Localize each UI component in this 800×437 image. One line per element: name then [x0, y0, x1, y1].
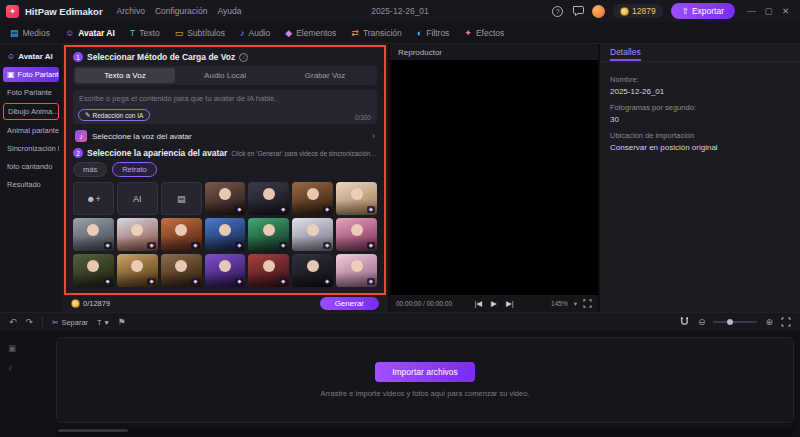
sidebar-item-avatar-ai[interactable]: ☺Avatar AI — [3, 49, 59, 64]
fullscreen-icon[interactable] — [583, 299, 592, 309]
avatar-thumbnail-7[interactable]: ◆ — [161, 218, 202, 251]
avatar-thumbnail-3[interactable]: ◆ — [292, 182, 333, 215]
ribbon-tab-transici-n[interactable]: ⇄Transición — [351, 28, 401, 38]
ribbon-tab-elementos[interactable]: ◆Elementos — [285, 28, 336, 38]
avatar-filter-chips: másRetrato — [73, 162, 377, 177]
feedback-chat-icon[interactable] — [571, 5, 584, 18]
ribbon-tab-audio[interactable]: ♪Audio — [240, 28, 270, 38]
dropdown-icon[interactable]: ▾ — [574, 300, 577, 308]
video-preview[interactable] — [390, 60, 598, 295]
user-avatar[interactable] — [592, 5, 605, 18]
coins-badge[interactable]: 12879 — [613, 4, 663, 18]
avatar-thumbnail-10[interactable]: ◆ — [292, 218, 333, 251]
premium-diamond-icon: ◆ — [147, 278, 155, 285]
preset-card-avatar-icon: ▤ — [177, 194, 186, 204]
zoom-in-icon[interactable]: ⊕ — [765, 317, 773, 327]
ribbon-tab-medios-icon: ▤ — [10, 28, 19, 38]
avatar-thumbnail-8[interactable]: ◆ — [205, 218, 246, 251]
avatar-thumbnail-16[interactable]: ◆ — [248, 254, 289, 287]
menu-ayuda[interactable]: Ayuda — [217, 6, 241, 16]
zoom-slider-knob[interactable] — [727, 319, 733, 325]
previous-frame-icon[interactable]: |◀ — [474, 299, 482, 308]
voice-tab-grabar-voz[interactable]: Grabar Voz — [275, 68, 375, 83]
split-label: Separar — [61, 318, 88, 327]
zoom-out-icon[interactable]: ⊖ — [698, 317, 706, 327]
sidebar-item-label: Dibujo Anima... — [8, 107, 58, 116]
help-icon[interactable]: ? — [552, 6, 563, 17]
timeline-scrollbar-thumb[interactable] — [58, 429, 128, 432]
voice-picker-row[interactable]: ♪ Seleccione la voz del avatar › — [73, 129, 377, 143]
sidebar-item-resultado[interactable]: Resultado — [3, 177, 59, 192]
close-button[interactable]: ✕ — [777, 6, 794, 16]
coin-count: 12879 — [632, 6, 656, 16]
sidebar-item-foto-parlante[interactable]: ▣Foto Parlante — [3, 67, 59, 82]
play-icon[interactable]: ▶ — [491, 299, 497, 308]
avatar-thumbnail-17[interactable]: ◆ — [292, 254, 333, 287]
redo-icon[interactable]: ↷ — [26, 317, 34, 327]
preview-zoom-level[interactable]: 145% — [551, 300, 568, 307]
titlebar: ✦ HitPaw Edimakor ArchivoConfiguraciónAy… — [0, 0, 800, 22]
fit-timeline-icon[interactable] — [781, 313, 791, 331]
marker-icon[interactable]: ⚑ — [117, 317, 125, 327]
tab-details[interactable]: Detalles — [610, 44, 641, 61]
project-name: 2025-12-26_01 — [371, 6, 429, 16]
avatar-thumbnail-13[interactable]: ◆ — [117, 254, 158, 287]
voice-tab-audio-local[interactable]: Audio Local — [175, 68, 275, 83]
ribbon-tab-avatar-ai[interactable]: ☺Avatar AI — [65, 28, 115, 38]
sidebar-item-dibujo-anima[interactable]: Dibujo Anima... — [3, 103, 59, 120]
avatar-thumbnail-4[interactable]: ◆ — [336, 182, 377, 215]
avatar-thumbnail-12[interactable]: ◆ — [73, 254, 114, 287]
magnet-snap-icon[interactable] — [679, 313, 690, 331]
text-tool-button[interactable]: T ▾ — [97, 318, 108, 327]
ribbon-tab-subt-tulos[interactable]: ▭Subtítulos — [175, 28, 225, 38]
ai-writing-button[interactable]: ✎ Redacción con IA — [78, 109, 150, 121]
filter-chip-retrato[interactable]: Retrato — [112, 162, 157, 177]
toolbar-divider — [42, 317, 43, 327]
export-label: Exportar — [692, 6, 724, 16]
ribbon-tab-texto[interactable]: TTexto — [130, 28, 160, 38]
avatar-thumbnail-6[interactable]: ◆ — [117, 218, 158, 251]
script-textarea[interactable]: Escribe o pega el contenido para que tu … — [73, 90, 377, 124]
avatar-thumbnail-14[interactable]: ◆ — [161, 254, 202, 287]
sidebar-item-foto-parlante[interactable]: Foto Parlante — [3, 85, 59, 100]
voice-tab-texto-a-voz[interactable]: Texto a Voz — [75, 68, 175, 83]
timeline-scrollbar[interactable] — [56, 428, 794, 433]
avatar-thumbnail-15[interactable]: ◆ — [205, 254, 246, 287]
timeline-zoom-slider[interactable] — [713, 321, 757, 323]
video-track-icon[interactable]: ▣ — [8, 343, 46, 353]
avatar-thumbnail-9[interactable]: ◆ — [248, 218, 289, 251]
avatar-thumbnail-5[interactable]: ◆ — [73, 218, 114, 251]
import-files-button[interactable]: Importar archivos — [375, 362, 475, 382]
preset-card-avatar-tile[interactable]: ▤ — [161, 182, 202, 215]
export-button[interactable]: ⇧ Exportar — [671, 3, 735, 19]
sidebar-item-foto-cantando[interactable]: foto cantando — [3, 159, 59, 174]
audio-track-icon[interactable]: ♪ — [8, 362, 46, 372]
generate-button[interactable]: Generar — [320, 297, 379, 310]
avatar-thumbnail-1[interactable]: ◆ — [205, 182, 246, 215]
premium-diamond-icon: ◆ — [279, 206, 287, 213]
next-frame-icon[interactable]: ▶| — [506, 299, 514, 308]
timeline-drop-zone[interactable]: Importar archivos Arrastre e importe vid… — [56, 337, 794, 423]
ai-generate-avatar-tile[interactable]: AI — [117, 182, 158, 215]
avatar-grid: ☻+AI▤◆◆◆◆◆◆◆◆◆◆◆◆◆◆◆◆◆◆ — [73, 182, 377, 287]
ribbon-tab-transici-n-icon: ⇄ — [351, 28, 359, 38]
avatar-thumbnail-2[interactable]: ◆ — [248, 182, 289, 215]
upload-custom-avatar-tile[interactable]: ☻+ — [73, 182, 114, 215]
ribbon-tab-efectos[interactable]: ✦Efectos — [464, 28, 504, 38]
maximize-button[interactable]: ▢ — [760, 6, 777, 16]
filter-chip-m-s[interactable]: más — [73, 162, 107, 177]
avatar-thumbnail-18[interactable]: ◆ — [336, 254, 377, 287]
menu-archivo[interactable]: Archivo — [117, 6, 145, 16]
premium-diamond-icon: ◆ — [367, 278, 375, 285]
details-panel: Detalles Nombre:2025-12-26_01Fotogramas … — [600, 44, 800, 312]
split-button[interactable]: ✂ Separar — [52, 318, 88, 327]
avatar-thumbnail-11[interactable]: ◆ — [336, 218, 377, 251]
undo-icon[interactable]: ↶ — [9, 317, 17, 327]
ribbon-tab-medios[interactable]: ▤Medios — [10, 28, 50, 38]
sidebar-item-sincronizaci-n-l[interactable]: Sincronización L... — [3, 141, 59, 156]
menu-configuraci-n[interactable]: Configuración — [155, 6, 207, 16]
ribbon-tab-filtros[interactable]: ◐Filtros — [417, 28, 450, 38]
info-icon[interactable]: i — [239, 53, 248, 62]
minimize-button[interactable]: — — [743, 6, 760, 16]
sidebar-item-animal-parlante[interactable]: Animal parlante — [3, 123, 59, 138]
